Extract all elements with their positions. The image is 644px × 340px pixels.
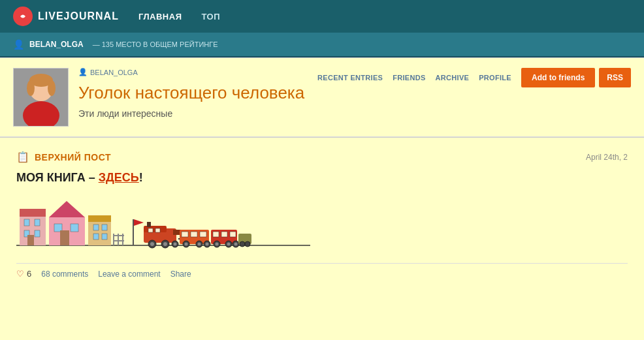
svg-rect-9 xyxy=(20,209,46,217)
svg-point-63 xyxy=(227,243,231,246)
svg-rect-43 xyxy=(148,228,153,232)
user-icon: 👤 xyxy=(13,39,24,50)
profile-user-icon: 👤 xyxy=(78,68,88,76)
post-leave-comment-link[interactable]: Leave a comment xyxy=(98,270,160,279)
profile-nav-archive[interactable]: ARCHIVE xyxy=(436,74,470,82)
sub-nav-user-info: 👤 BELAN_OLGA — 135 МЕСТО В ОБЩЕМ РЕЙТИНГ… xyxy=(13,39,218,50)
svg-rect-57 xyxy=(213,232,219,237)
svg-rect-46 xyxy=(182,232,188,237)
post-body-text: МОЯ КНИГА – ЗДЕСЬ! xyxy=(16,171,628,185)
svg-rect-11 xyxy=(35,219,40,226)
lj-logo-text: LIVEJOURNAL xyxy=(38,10,119,22)
svg-point-65 xyxy=(234,243,238,246)
svg-rect-24 xyxy=(93,234,99,240)
profile-nav-recent[interactable]: RECENT ENTRIES xyxy=(317,74,383,82)
profile-header: 👤 BELAN_OLGA Уголок настоящего человека … xyxy=(0,58,644,137)
sub-nav-username[interactable]: BELAN_OLGA xyxy=(29,40,84,49)
profile-nav-friends[interactable]: FRIENDS xyxy=(393,74,425,82)
add-friend-button[interactable]: Add to friends xyxy=(521,68,595,87)
svg-point-41 xyxy=(174,243,177,246)
svg-point-61 xyxy=(216,243,219,246)
svg-point-68 xyxy=(245,241,250,247)
profile-left: 👤 BELAN_OLGA Уголок настоящего человека … xyxy=(13,68,304,127)
svg-point-54 xyxy=(206,243,209,246)
svg-rect-19 xyxy=(60,230,69,245)
post-text-prefix: МОЯ КНИГА – xyxy=(16,171,99,184)
svg-point-39 xyxy=(163,242,167,246)
svg-point-50 xyxy=(185,243,188,246)
svg-rect-18 xyxy=(71,224,78,232)
svg-marker-16 xyxy=(49,201,85,217)
svg-rect-22 xyxy=(93,224,99,230)
profile-username: BELAN_OLGA xyxy=(90,69,138,76)
svg-point-6 xyxy=(48,80,56,96)
rss-button[interactable]: RSS xyxy=(599,68,631,87)
profile-action-buttons: Add to friends RSS xyxy=(521,68,631,87)
profile-nav-profile[interactable]: PROFILE xyxy=(479,74,511,82)
sub-navigation: 👤 BELAN_OLGA — 135 МЕСТО В ОБЩЕМ РЕЙТИНГ… xyxy=(0,33,644,57)
sub-nav-rating: — 135 МЕСТО В ОБЩЕМ РЕЙТИНГЕ xyxy=(93,40,218,48)
svg-rect-20 xyxy=(88,221,111,245)
post-like[interactable]: ♡ 6 xyxy=(16,269,31,279)
avatar xyxy=(13,68,69,127)
svg-marker-32 xyxy=(134,219,144,226)
lj-logo-icon xyxy=(13,7,33,26)
profile-blog-subtitle: Эти люди интересные xyxy=(78,108,304,119)
top-navigation: LIVEJOURNAL ГЛАВНАЯ ТОП xyxy=(0,0,644,33)
sticky-post-icon: 📋 xyxy=(16,151,29,163)
post-title-link[interactable]: ВЕРХНИЙ ПОСТ xyxy=(35,152,111,162)
svg-rect-44 xyxy=(155,228,160,232)
svg-point-52 xyxy=(198,243,201,246)
heart-icon: ♡ xyxy=(16,269,24,279)
svg-rect-13 xyxy=(35,230,40,237)
post-icon-title: 📋 ВЕРХНИЙ ПОСТ xyxy=(16,151,111,163)
profile-nav: RECENT ENTRIES FRIENDS ARCHIVE PROFILE A… xyxy=(317,68,631,87)
post-like-count: 6 xyxy=(27,269,31,279)
svg-rect-10 xyxy=(24,219,29,226)
post-text-suffix: ! xyxy=(139,171,143,184)
post-share-link[interactable]: Share xyxy=(170,270,191,279)
post-comments-link[interactable]: 68 comments xyxy=(41,270,88,279)
post-date: April 24th, 2 xyxy=(586,153,628,162)
svg-rect-47 xyxy=(191,232,197,237)
svg-rect-59 xyxy=(230,232,236,237)
main-content: 📋 ВЕРХНИЙ ПОСТ April 24th, 2 МОЯ КНИГА –… xyxy=(0,138,644,340)
svg-rect-42 xyxy=(147,222,151,227)
svg-point-67 xyxy=(240,241,245,247)
post-here-link[interactable]: ЗДЕСЬ xyxy=(99,171,139,184)
nav-top[interactable]: ТОП xyxy=(201,12,220,22)
svg-point-5 xyxy=(27,80,35,96)
svg-rect-58 xyxy=(221,232,227,237)
post-header: 📋 ВЕРХНИЙ ПОСТ April 24th, 2 xyxy=(16,151,628,163)
profile-username-link[interactable]: 👤 BELAN_OLGA xyxy=(78,68,304,76)
svg-point-37 xyxy=(150,242,154,246)
post-footer: ♡ 6 68 comments Leave a comment Share xyxy=(16,263,628,279)
svg-rect-31 xyxy=(133,219,134,245)
profile-info: 👤 BELAN_OLGA Уголок настоящего человека … xyxy=(78,68,304,119)
profile-blog-title: Уголок настоящего человека xyxy=(78,83,304,103)
svg-rect-25 xyxy=(102,234,107,240)
nav-home[interactable]: ГЛАВНАЯ xyxy=(138,12,182,22)
post-body: МОЯ КНИГА – ЗДЕСЬ! xyxy=(16,171,628,253)
svg-rect-30 xyxy=(113,240,124,241)
svg-rect-21 xyxy=(88,215,111,222)
train-illustration xyxy=(16,194,310,253)
lj-logo[interactable]: LIVEJOURNAL xyxy=(13,7,119,26)
svg-rect-48 xyxy=(200,232,206,237)
svg-rect-14 xyxy=(27,235,34,245)
svg-rect-29 xyxy=(113,235,124,236)
svg-rect-23 xyxy=(102,224,107,230)
